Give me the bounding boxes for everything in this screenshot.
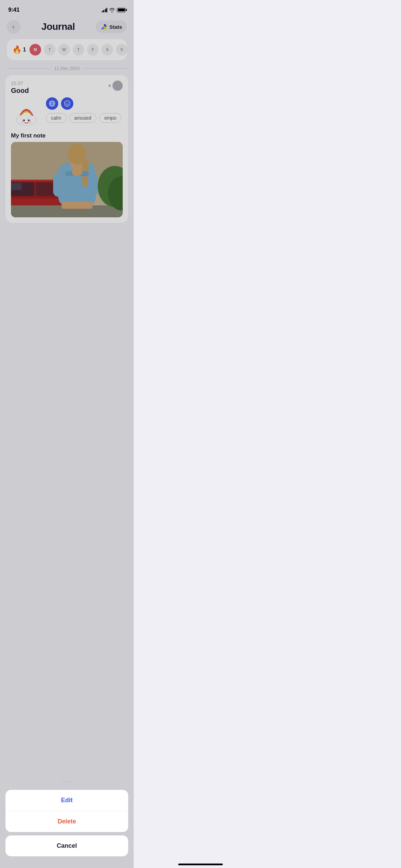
sheet-backdrop[interactable] [0, 0, 134, 289]
